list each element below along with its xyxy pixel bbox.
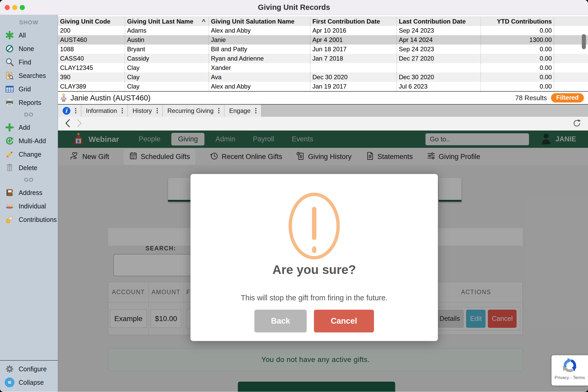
table-scrollbar-thumb[interactable] [582, 34, 586, 49]
sidebar-item-none[interactable]: None [0, 42, 58, 55]
circular-plus-icon [4, 136, 15, 146]
sort-ascending-indicator: ^ [202, 18, 205, 25]
sidebar-section-go: GO [0, 175, 58, 186]
sidebar-item-all[interactable]: All [0, 28, 58, 42]
sidebar-item-collapse[interactable]: « Collapse [0, 376, 58, 389]
sidebar-item-label: Delete [19, 164, 37, 172]
tab-menu-dots-icon[interactable] [75, 110, 76, 111]
column-header[interactable]: YTD Contributions [481, 17, 554, 26]
app-window: Giving Unit Records SHOW All None Find S… [0, 0, 588, 392]
sidebar-item-change[interactable]: Change [0, 148, 58, 161]
sidebar-item-label: Change [19, 151, 41, 158]
sidebar-item-contributions[interactable]: Contributions [0, 213, 58, 226]
column-header[interactable]: Last Contribution Date [396, 17, 481, 26]
column-header[interactable]: Giving Unit Salutation Name [209, 17, 310, 26]
column-header-sorted[interactable]: Giving Unit Last Name^ [125, 17, 209, 26]
confirm-cancel-button[interactable]: Cancel [314, 310, 374, 332]
tab-recurring-giving[interactable]: Recurring Giving [163, 105, 225, 117]
sidebar-item-label: Grid [19, 85, 31, 93]
record-header: Janie Austin (AUST460) 78 Results Filter… [58, 91, 588, 105]
records-table: Giving Unit Code Giving Unit Last Name^ … [58, 15, 588, 91]
back-button[interactable]: Back [254, 310, 307, 332]
sidebar-item-label: Reports [19, 99, 41, 106]
column-header[interactable]: Giving Unit Code [58, 17, 125, 26]
saved-searches-icon [4, 71, 15, 81]
table-row[interactable]: 390ClayAvaDec 30 2020Dec 30 20200.00 [58, 72, 588, 82]
tab-information[interactable]: Information [81, 105, 128, 117]
window-title: Giving Unit Records [258, 3, 330, 12]
column-header-empty [554, 17, 588, 26]
tab-menu-dots-icon[interactable] [157, 110, 158, 111]
records-table-header: Giving Unit Code Giving Unit Last Name^ … [58, 17, 588, 26]
collapse-chevrons-icon: « [5, 378, 14, 387]
table-row[interactable]: CLAY12345ClayXander0.00 [58, 63, 588, 72]
sidebar-section-do: DO [0, 109, 58, 121]
sidebar-item-grid[interactable]: Grid [0, 82, 58, 96]
sidebar-item-label: Collapse [19, 379, 44, 386]
tab-history[interactable]: History [128, 105, 163, 117]
minimize-window-button[interactable] [12, 5, 17, 10]
table-row[interactable]: 200AdamsAlex and AbbyApr 10 2016Sep 24 2… [58, 26, 588, 35]
recaptcha-badge[interactable]: Privacy - Terms [552, 355, 588, 386]
sidebar-section-show: SHOW [0, 17, 58, 28]
modal-title: Are you sure? [190, 263, 438, 277]
tab-engage[interactable]: Engage [224, 105, 261, 117]
recaptcha-logo-icon [562, 357, 578, 374]
tab-menu-dots-icon[interactable] [122, 110, 123, 111]
record-title: Janie Austin (AUST460) [70, 94, 150, 102]
sidebar-item-add[interactable]: Add [0, 121, 58, 134]
tab-info[interactable]: i [58, 105, 81, 117]
sidebar-item-reports[interactable]: Reports [0, 96, 58, 109]
column-header[interactable]: First Contribution Date [310, 17, 396, 26]
forward-arrow-icon[interactable] [76, 119, 82, 129]
table-row-selected[interactable]: AUST460AustinJanieApr 4 2001Apr 14 20241… [58, 35, 588, 45]
sidebar-item-multi-add[interactable]: Multi-Add [0, 134, 58, 148]
zoom-window-button[interactable] [20, 5, 25, 10]
sidebar-item-searches[interactable]: Searches [0, 69, 58, 82]
sidebar-item-find[interactable]: Find [0, 55, 58, 69]
trash-icon [4, 163, 15, 173]
sidebar-item-label: All [19, 32, 26, 39]
person-at-desk-icon [60, 93, 68, 103]
sidebar-item-label: Find [19, 59, 31, 66]
table-row[interactable]: 1088BryantBill and PattyJun 18 2017Sep 2… [58, 45, 588, 54]
sidebar-item-delete[interactable]: Delete [0, 161, 58, 175]
asterisk-icon [4, 30, 15, 40]
tab-menu-dots-icon[interactable] [255, 110, 256, 111]
warning-exclamation-icon [289, 193, 340, 259]
sidebar-item-label: Address [19, 189, 42, 197]
confirmation-modal: Are you sure? This will stop the gift fr… [190, 174, 438, 341]
tab-menu-dots-icon[interactable] [218, 110, 219, 111]
gear-icon [4, 364, 15, 374]
refresh-icon[interactable] [572, 119, 581, 129]
web-toolbar [58, 117, 588, 130]
sidebar: SHOW All None Find Searches Grid [0, 15, 58, 392]
recaptcha-privacy-terms[interactable]: Privacy - Terms [555, 375, 585, 380]
sidebar-item-label: None [19, 45, 34, 53]
sidebar-item-label: Multi-Add [19, 137, 46, 145]
sidebar-item-label: Add [19, 124, 30, 131]
grid-icon [4, 84, 15, 94]
sidebar-item-label: Contributions [19, 216, 57, 223]
pencil-icon [4, 149, 15, 159]
sidebar-item-label: Configure [19, 365, 47, 373]
plus-icon [4, 122, 15, 132]
sidebar-item-label: Individual [19, 202, 46, 210]
filtered-badge[interactable]: Filtered [551, 93, 584, 103]
sidebar-item-address[interactable]: Address [0, 186, 58, 199]
sidebar-item-configure[interactable]: Configure [0, 362, 58, 376]
sidebar-item-individual[interactable]: Individual [0, 199, 58, 213]
results-count: 78 Results [515, 94, 547, 102]
table-row[interactable]: CLAY389ClayAlex and AbbyJan 19 2017Jul 6… [58, 82, 588, 91]
printer-icon [4, 98, 15, 107]
sidebar-item-label: Searches [19, 72, 46, 79]
people-icon [4, 201, 15, 211]
magnifier-icon [4, 57, 15, 67]
table-row[interactable]: CASS40CassidyRyan and AdrienneJan 7 2018… [58, 54, 588, 63]
close-window-button[interactable] [5, 5, 10, 10]
back-arrow-icon[interactable] [65, 119, 71, 129]
webview: Webinar People Giving Admin Payroll Even… [58, 130, 588, 392]
address-book-icon [4, 188, 15, 198]
record-tabbar: i Information History Recurring Giving E… [58, 105, 588, 117]
sidebar-divider [0, 360, 58, 361]
